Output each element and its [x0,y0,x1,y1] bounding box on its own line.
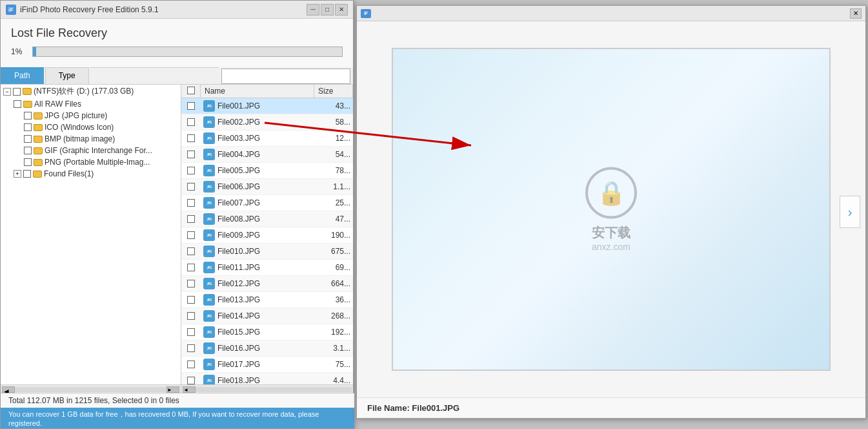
minimize-button[interactable]: ─ [307,4,319,16]
file-name: File015.JPG [217,328,260,337]
file-name: File008.JPG [217,214,260,224]
file-row[interactable]: JPG File004.JPG 54... [181,147,353,163]
file-row[interactable]: JPG File007.JPG 25... [181,195,353,211]
file-row[interactable]: JPG File012.JPG 664... [181,276,353,292]
file-list-header: Name Size [181,85,353,98]
file-checkbox[interactable] [187,280,195,288]
tree-label-ico: ICO (Windows Icon) [45,123,114,132]
tree-checkbox-jpg[interactable] [24,112,32,120]
tree-item-gif[interactable]: GIF (Graphic Interchange For... [1,145,181,156]
file-row[interactable]: JPG File015.JPG 192... [181,324,353,340]
tab-path[interactable]: Path [1,67,44,84]
tree-expand-drive[interactable]: − [3,88,11,96]
preview-body: 🔒 安下载 anxz.com [357,21,865,397]
tree-item-jpg[interactable]: JPG (JPG picture) [1,110,181,121]
file-row[interactable]: JPG File017.JPG 75... [181,357,353,373]
tree-item-bmp[interactable]: BMP (bitmap image) [1,133,181,145]
folder-icon-raw [23,101,32,108]
file-checkbox-cell [181,117,201,127]
file-row[interactable]: JPG File008.JPG 47... [181,211,353,227]
file-row[interactable]: JPG File014.JPG 268... [181,308,353,324]
tree-item-png[interactable]: PNG (Portable Multiple-Imag... [1,156,181,168]
file-row[interactable]: JPG File002.JPG 58... [181,114,353,131]
app-title: Lost File Recovery [11,26,343,40]
file-name-cell: JPG File017.JPG [201,357,314,372]
tree-checkbox-found[interactable] [23,170,31,178]
file-size: 25... [314,196,353,209]
file-row[interactable]: JPG File010.JPG 675... [181,244,353,260]
file-row[interactable]: JPG File013.JPG 36... [181,292,353,308]
tree-label-jpg: JPG (JPG picture) [45,111,107,120]
folder-icon-bmp [34,136,43,143]
preview-close-button[interactable]: ✕ [850,8,862,19]
file-name: File010.JPG [217,247,260,256]
file-checkbox[interactable] [187,199,195,207]
scroll-left[interactable]: ◄ [2,386,15,393]
file-checkbox[interactable] [187,361,195,368]
file-name: File013.JPG [217,295,260,304]
tree-checkbox-raw[interactable] [14,100,21,108]
file-size: 664... [314,277,353,290]
scroll-left2[interactable]: ◄ [183,386,196,393]
tree-item-raw[interactable]: All RAW Files [1,98,181,110]
file-row[interactable]: JPG File009.JPG 190... [181,227,353,244]
nav-next-button[interactable]: › [840,196,860,228]
file-row[interactable]: JPG File016.JPG 3.1... [181,340,353,357]
tab-type[interactable]: Type [45,67,89,84]
file-row[interactable]: JPG File001.JPG 43... [181,98,353,114]
tree-checkbox-drive[interactable] [13,88,21,96]
tree-panel[interactable]: − (NTFS)软件 (D:) (177.03 GB) All RAW File… [1,85,181,384]
folder-icon-jpg [34,112,43,120]
tree-checkbox-gif[interactable] [24,147,32,154]
file-checkbox[interactable] [187,247,195,255]
file-checkbox[interactable] [187,102,195,110]
file-type-icon: JPG [203,294,215,306]
file-checkbox[interactable] [187,118,195,126]
maximize-button[interactable]: □ [321,4,334,16]
scroll-right[interactable]: ► [167,386,179,393]
tree-checkbox-bmp[interactable] [24,135,32,143]
file-checkbox[interactable] [187,296,195,304]
file-checkbox[interactable] [187,344,195,352]
file-size: 78... [314,164,353,177]
file-name: File002.JPG [217,118,260,127]
file-size: 190... [314,229,353,242]
file-name: File016.JPG [217,344,260,353]
file-checkbox[interactable] [187,264,195,271]
file-checkbox[interactable] [187,231,195,239]
tree-checkbox-ico[interactable] [24,123,32,131]
file-checkbox[interactable] [187,328,195,336]
file-checkbox[interactable] [187,215,195,223]
tree-expand-found[interactable]: + [14,170,21,178]
tree-item-ico[interactable]: ICO (Windows Icon) [1,121,181,133]
folder-icon-found [33,171,42,178]
file-size: 69... [314,261,353,274]
header-checkbox[interactable] [187,87,195,94]
progress-container: 1% [11,47,343,57]
tree-item-drive[interactable]: − (NTFS)软件 (D:) (177.03 GB) [1,85,181,98]
file-type-icon: JPG [203,375,215,384]
file-checkbox[interactable] [187,183,195,191]
file-checkbox-cell [181,214,201,224]
file-row[interactable]: JPG File005.JPG 78... [181,163,353,179]
tree-checkbox-png[interactable] [24,158,32,166]
file-list-panel[interactable]: Name Size JPG File001.JPG 43... JPG File… [181,85,353,384]
file-checkbox[interactable] [187,377,195,384]
horizontal-scrollbar[interactable]: ◄ ► ◄ [1,384,353,393]
file-checkbox-cell [181,327,201,337]
file-row[interactable]: JPG File018.JPG 4.4... [181,373,353,384]
file-row[interactable]: JPG File011.JPG 69... [181,260,353,276]
file-checkbox-cell [181,295,201,305]
file-checkbox[interactable] [187,312,195,320]
folder-icon-gif [34,147,43,154]
preview-filename: File Name: File001.JPG [367,403,459,413]
main-window: iF iFinD Photo Recovery Free Edition 5.9… [0,0,354,429]
file-checkbox[interactable] [187,134,195,142]
tree-item-found[interactable]: + Found Files(1) [1,168,181,180]
close-button[interactable]: ✕ [335,4,348,16]
file-checkbox[interactable] [187,151,195,158]
file-checkbox[interactable] [187,167,195,174]
file-row[interactable]: JPG File006.JPG 1.1... [181,179,353,195]
file-row[interactable]: JPG File003.JPG 12... [181,131,353,147]
file-name-cell: JPG File008.JPG [201,211,314,227]
